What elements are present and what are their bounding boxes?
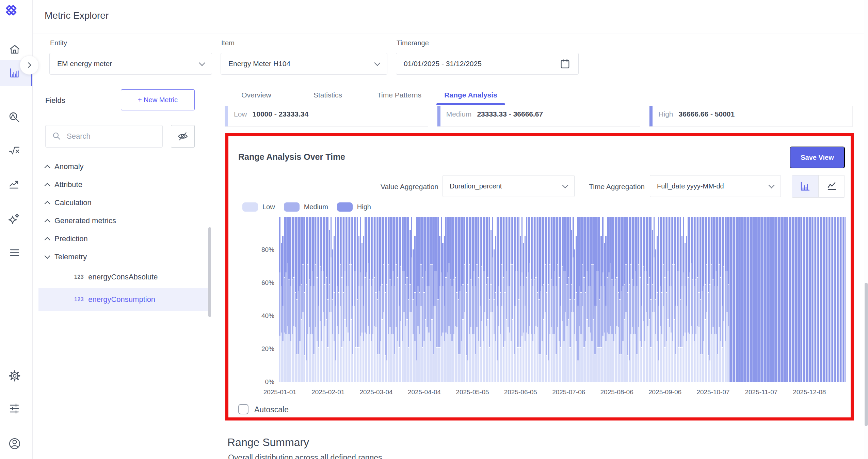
- bar[interactable]: [823, 217, 824, 382]
- search-analytics-icon[interactable]: [8, 111, 21, 124]
- bar[interactable]: [417, 217, 419, 382]
- hide-fields-toggle[interactable]: [171, 125, 195, 148]
- bar[interactable]: [756, 217, 757, 382]
- bar[interactable]: [594, 217, 596, 382]
- bar[interactable]: [551, 217, 552, 382]
- bar[interactable]: [668, 217, 669, 382]
- bar[interactable]: [451, 217, 453, 382]
- bar[interactable]: [371, 217, 372, 382]
- bar[interactable]: [348, 217, 349, 382]
- bar[interactable]: [414, 236, 416, 382]
- bar[interactable]: [473, 217, 475, 382]
- trend-icon[interactable]: [8, 178, 21, 191]
- bar[interactable]: [445, 217, 447, 382]
- bar[interactable]: [481, 217, 482, 382]
- bar[interactable]: [284, 217, 285, 382]
- bar[interactable]: [296, 217, 298, 382]
- bar[interactable]: [302, 217, 304, 382]
- bar[interactable]: [506, 217, 507, 382]
- bar[interactable]: [467, 217, 468, 382]
- bar[interactable]: [326, 217, 327, 382]
- bar[interactable]: [512, 217, 513, 382]
- bar[interactable]: [504, 217, 506, 382]
- bar[interactable]: [501, 217, 502, 382]
- home-icon[interactable]: [8, 43, 21, 56]
- bar[interactable]: [616, 217, 617, 382]
- bar[interactable]: [605, 236, 607, 382]
- timerange-input[interactable]: 01/01/2025 - 31/12/2025: [396, 53, 579, 75]
- bar[interactable]: [576, 236, 577, 382]
- field-group-telemetry[interactable]: Telemetry: [32, 248, 209, 266]
- bar[interactable]: [361, 243, 363, 382]
- bar[interactable]: [597, 217, 599, 382]
- bar[interactable]: [660, 217, 661, 382]
- bar[interactable]: [434, 217, 436, 382]
- bar[interactable]: [776, 217, 777, 382]
- range-card-high[interactable]: High36666.66 - 50001: [649, 106, 853, 127]
- bar[interactable]: [831, 217, 832, 382]
- bar[interactable]: [368, 217, 369, 382]
- bar[interactable]: [742, 217, 743, 382]
- bar[interactable]: [759, 217, 760, 382]
- bar[interactable]: [790, 217, 791, 382]
- bar[interactable]: [599, 217, 600, 382]
- bar[interactable]: [678, 217, 680, 382]
- bar[interactable]: [324, 217, 325, 382]
- bar[interactable]: [539, 217, 540, 382]
- bar[interactable]: [320, 217, 321, 382]
- bar[interactable]: [647, 217, 648, 382]
- bar[interactable]: [737, 217, 739, 382]
- bar[interactable]: [416, 217, 417, 382]
- bar[interactable]: [313, 217, 315, 382]
- tab-statistics[interactable]: Statistics: [292, 85, 364, 106]
- bar[interactable]: [619, 217, 621, 382]
- bar[interactable]: [700, 217, 701, 382]
- bar[interactable]: [436, 217, 437, 382]
- bar[interactable]: [450, 217, 451, 382]
- bar[interactable]: [529, 217, 531, 382]
- bar[interactable]: [405, 217, 406, 382]
- bar[interactable]: [293, 217, 294, 382]
- bar[interactable]: [625, 217, 627, 382]
- bar[interactable]: [818, 217, 819, 382]
- bar[interactable]: [840, 217, 841, 382]
- bar[interactable]: [739, 217, 740, 382]
- bar[interactable]: [723, 217, 725, 382]
- bar[interactable]: [430, 217, 431, 382]
- bar[interactable]: [765, 217, 767, 382]
- bar[interactable]: [323, 217, 324, 382]
- bar[interactable]: [461, 217, 462, 382]
- bar[interactable]: [535, 217, 537, 382]
- bar[interactable]: [787, 217, 788, 382]
- bar[interactable]: [785, 217, 787, 382]
- bar[interactable]: [425, 217, 427, 382]
- bar[interactable]: [400, 217, 402, 382]
- bar[interactable]: [394, 217, 396, 382]
- bar[interactable]: [694, 217, 695, 382]
- bar[interactable]: [487, 217, 488, 382]
- bar[interactable]: [557, 217, 559, 382]
- bar[interactable]: [760, 217, 762, 382]
- bar[interactable]: [352, 217, 353, 382]
- bar[interactable]: [321, 217, 322, 382]
- bar[interactable]: [409, 230, 411, 382]
- entity-select[interactable]: EM energy meter: [49, 53, 212, 75]
- bar[interactable]: [801, 217, 802, 382]
- bar[interactable]: [728, 217, 729, 382]
- time-aggregation-select[interactable]: Full_date yyyy-MM-dd: [650, 175, 781, 197]
- bar[interactable]: [798, 217, 799, 382]
- bar[interactable]: [692, 217, 694, 382]
- bar[interactable]: [545, 217, 546, 382]
- bar[interactable]: [439, 236, 440, 382]
- bar[interactable]: [472, 217, 473, 382]
- bar[interactable]: [757, 217, 759, 382]
- bar[interactable]: [680, 217, 681, 382]
- bar[interactable]: [433, 217, 434, 382]
- bar[interactable]: [585, 217, 586, 382]
- bar[interactable]: [774, 217, 776, 382]
- bar[interactable]: [652, 230, 653, 382]
- bar[interactable]: [509, 217, 510, 382]
- bar[interactable]: [810, 217, 811, 382]
- tab-time-patterns[interactable]: Time Patterns: [364, 85, 435, 106]
- bar[interactable]: [770, 217, 771, 382]
